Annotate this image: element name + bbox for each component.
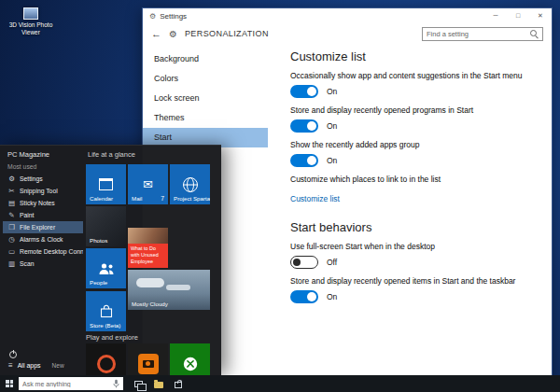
camera-icon xyxy=(128,343,168,375)
nav-item-themes[interactable]: Themes xyxy=(143,108,268,128)
setting-row: On xyxy=(290,154,537,167)
start-app-alarms-clock[interactable]: ◷ Alarms & Clock xyxy=(3,233,83,245)
most-used-label: Most used xyxy=(7,163,36,170)
window-controls: ─ □ ✕ xyxy=(484,8,552,23)
window-title: Settings xyxy=(160,12,187,21)
setting-label-fullscreen-start: Use full-screen Start when in the deskto… xyxy=(290,242,537,251)
tile-camera[interactable] xyxy=(128,343,168,375)
tile-store[interactable]: Store (Beta) xyxy=(86,291,126,331)
tile-xbox[interactable] xyxy=(170,343,210,375)
section-heading-start-behaviors: Start behaviors xyxy=(290,220,537,234)
tile-calendar[interactable]: Calendar xyxy=(86,164,126,204)
setting-label-customize-places: Customize which places to link to in the… xyxy=(290,175,537,184)
most-used-list: ⚙ Settings ✂ Snipping Tool ▤ Sticky Note… xyxy=(3,173,83,270)
start-button[interactable] xyxy=(0,375,19,392)
settings-search-input[interactable] xyxy=(427,30,530,38)
taskbar xyxy=(0,375,560,392)
mail-unread-badge: 7 xyxy=(161,195,164,202)
tile-groove-music[interactable] xyxy=(86,343,126,375)
toggle-recent-programs[interactable] xyxy=(290,119,318,133)
app-label: Snipping Tool xyxy=(20,188,58,194)
groove-music-icon xyxy=(86,343,126,375)
tile-project-spartan[interactable]: Project Spartan xyxy=(170,164,210,204)
windows-logo-icon xyxy=(6,380,13,387)
tile-label: Photos xyxy=(90,237,107,244)
toggle-recently-added[interactable] xyxy=(290,154,318,167)
power-button[interactable] xyxy=(9,345,17,362)
setting-row: On xyxy=(290,85,537,98)
nav-item-lock-screen[interactable]: Lock screen xyxy=(143,89,268,108)
customize-list-link[interactable]: Customize list xyxy=(290,194,340,203)
toggle-knob xyxy=(293,259,301,266)
search-icon xyxy=(530,30,539,38)
toggle-recent-items[interactable] xyxy=(290,290,318,303)
task-view-icon[interactable] xyxy=(134,381,143,387)
new-badge: New xyxy=(52,362,64,369)
app-label: Scan xyxy=(20,260,35,267)
start-app-remote-desktop[interactable]: ▭ Remote Desktop Connection xyxy=(3,245,83,258)
start-app-file-explorer[interactable]: ❐ File Explorer xyxy=(3,221,83,233)
nav-item-background[interactable]: Background xyxy=(143,49,268,69)
remote-desktop-icon: ▭ xyxy=(7,247,16,256)
close-button[interactable]: ✕ xyxy=(529,8,552,23)
start-app-sticky-notes[interactable]: ▤ Sticky Notes xyxy=(3,197,83,209)
settings-content: Customize list Occasionally show app and… xyxy=(268,44,552,380)
settings-app-icon: ⚙ xyxy=(149,12,156,21)
minimize-button[interactable]: ─ xyxy=(484,8,507,23)
toggle-state: Off xyxy=(327,258,337,267)
setting-row: On xyxy=(290,290,537,303)
app-label: Remote Desktop Connection xyxy=(20,248,83,255)
all-apps-button[interactable]: ≡ All apps New xyxy=(8,361,64,370)
toggle-knob xyxy=(307,156,316,165)
file-explorer-taskbar-icon[interactable] xyxy=(154,382,163,388)
news-photo xyxy=(128,228,168,244)
tile-weather[interactable]: Mostly Cloudy xyxy=(128,270,210,310)
sticky-notes-icon: ▤ xyxy=(7,199,16,207)
setting-row: Off xyxy=(290,256,537,269)
setting-label-suggestions: Occasionally show app and content sugges… xyxy=(290,71,537,80)
nav-item-colors[interactable]: Colors xyxy=(143,69,268,89)
toggle-state: On xyxy=(327,87,337,96)
all-apps-icon: ≡ xyxy=(8,361,13,370)
toggle-knob xyxy=(307,292,316,301)
page-header: ← ⚙ PERSONALIZATION xyxy=(143,23,552,44)
taskbar-search-input[interactable] xyxy=(22,381,110,387)
start-app-snipping-tool[interactable]: ✂ Snipping Tool xyxy=(3,185,83,197)
all-apps-label: All apps xyxy=(18,362,41,369)
toggle-state: On xyxy=(327,156,337,165)
app-label: Settings xyxy=(20,175,43,182)
start-app-settings[interactable]: ⚙ Settings xyxy=(3,173,83,185)
back-button[interactable]: ← xyxy=(151,28,161,39)
tile-people[interactable]: People xyxy=(86,248,126,288)
tile-label: Calendar xyxy=(90,195,113,202)
tile-label: Store (Beta) xyxy=(90,322,120,329)
tile-news[interactable]: What to Do with Unused Employee xyxy=(128,228,168,268)
gear-icon: ⚙ xyxy=(169,29,177,39)
microphone-icon[interactable] xyxy=(113,379,119,388)
alarms-clock-icon: ◷ xyxy=(7,235,16,244)
xbox-icon xyxy=(170,343,210,375)
toggle-suggestions[interactable] xyxy=(290,85,318,98)
settings-icon: ⚙ xyxy=(7,175,16,183)
maximize-button[interactable]: □ xyxy=(507,8,529,23)
start-app-paint[interactable]: ✎ Paint xyxy=(3,209,83,221)
store-taskbar-icon[interactable] xyxy=(175,382,182,388)
toggle-fullscreen-start[interactable] xyxy=(290,256,318,269)
setting-label-recently-added: Show the recently added apps group xyxy=(290,140,537,149)
setting-label-recent-programs: Store and display recently opened progra… xyxy=(290,105,537,115)
setting-row: On xyxy=(290,119,537,133)
app-label: Sticky Notes xyxy=(20,200,55,206)
app-label: Paint xyxy=(20,212,35,218)
tile-photos[interactable]: Photos xyxy=(86,206,126,246)
tile-mail[interactable]: ✉ Mail 7 xyxy=(128,164,168,204)
app-label: File Explorer xyxy=(20,224,55,231)
start-app-scan[interactable]: ▥ Scan xyxy=(3,258,83,270)
desktop-shortcut-photo-viewer[interactable]: 3D Vision Photo Viewer xyxy=(6,7,56,36)
snipping-tool-icon: ✂ xyxy=(7,187,16,195)
window-titlebar: ⚙ Settings ─ □ ✕ xyxy=(143,8,552,23)
start-user-name[interactable]: PC Magazine xyxy=(7,150,49,159)
setting-label-recent-items: Store and display recently opened items … xyxy=(290,276,537,286)
app-label: Alarms & Clock xyxy=(20,236,63,243)
tile-label: Mail xyxy=(132,195,142,202)
toggle-state: On xyxy=(327,121,337,131)
